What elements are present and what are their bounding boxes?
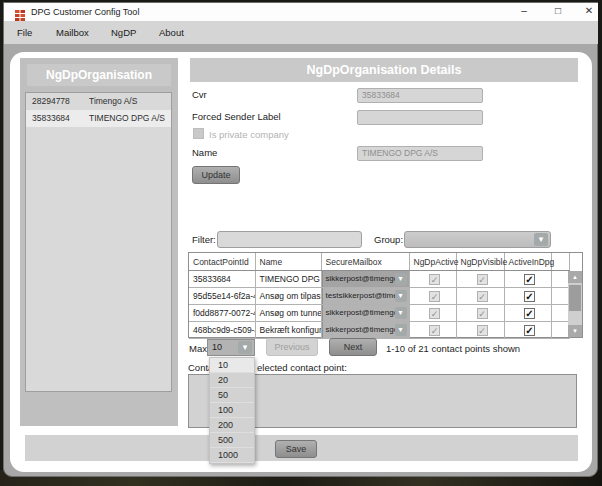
cell-contactpointid[interactable]: f0dd8877-0072-4 <box>189 305 255 322</box>
chevron-down-icon[interactable]: ▾ <box>534 233 548 246</box>
cell-name[interactable]: TIMENGO DPG A/ <box>255 271 321 288</box>
securemailbox-value: sikkerpost@timengo. <box>326 274 401 283</box>
securemailbox-value: sikkerpost@timengo. <box>326 308 401 317</box>
col-header-contactpointid[interactable]: ContactPointId <box>189 253 255 271</box>
save-button[interactable]: Save <box>275 440 317 458</box>
max-label: Max <box>189 343 207 354</box>
menu-item-ngdp[interactable]: NgDP <box>111 27 136 38</box>
scrollbar-thumb[interactable] <box>569 285 581 311</box>
menu-item-mailbox[interactable]: Mailbox <box>56 27 89 38</box>
private-company-label: Is private company <box>209 129 289 140</box>
table-row[interactable]: 95d55e14-6f2a-4 Ansøg om tilpasn testsik… <box>189 288 569 305</box>
filter-label: Filter: <box>192 234 216 245</box>
activeindpg-checkbox[interactable]: ✓ <box>524 308 535 319</box>
update-button[interactable]: Update <box>192 166 240 184</box>
previous-button[interactable]: Previous <box>266 338 318 356</box>
activeindpg-checkbox[interactable]: ✓ <box>524 325 535 336</box>
close-button[interactable]: ✕ <box>576 3 602 19</box>
title-bar[interactable]: DPG Customer Config Tool <box>4 3 598 21</box>
organisation-list-item-selected[interactable]: 35833684 TIMENGO DPG A/S <box>26 110 171 127</box>
securemailbox-combobox[interactable]: testsikkerpost@timen▾ <box>322 288 409 304</box>
table-scrollbar[interactable]: ▲ ▼ <box>568 271 582 337</box>
max-dropdown[interactable]: 10 ▾ <box>207 339 255 356</box>
minimize-button[interactable]: – <box>511 3 537 19</box>
contact-groups-label-end: elected contact point: <box>257 362 347 373</box>
col-header-securemailbox[interactable]: SecureMailbox <box>321 253 409 271</box>
organisation-name: Timengo A/S <box>89 93 137 110</box>
ngdpactive-checkbox: ✓ <box>429 325 440 336</box>
ngdpvisible-checkbox: ✓ <box>477 274 488 285</box>
max-option-1000[interactable]: 1000 <box>210 448 254 463</box>
filter-input[interactable] <box>217 231 362 248</box>
cvr-field[interactable]: 35833684 <box>357 88 483 103</box>
max-option-50[interactable]: 50 <box>210 388 254 403</box>
name-field[interactable]: TIMENGO DPG A/S <box>357 146 483 161</box>
securemailbox-combobox[interactable]: sikkerpost@timengo.▾ <box>322 271 409 287</box>
organisation-list-item[interactable]: 28294778 Timengo A/S <box>26 93 171 110</box>
menu-item-file[interactable]: File <box>17 27 32 38</box>
max-option-100[interactable]: 100 <box>210 403 254 418</box>
table-row[interactable]: 468bc9d9-c509-4 Bekræft konfigura sikker… <box>189 322 569 339</box>
col-header-activeindpg[interactable]: ActiveInDpg <box>504 253 551 271</box>
max-option-500[interactable]: 500 <box>210 433 254 448</box>
cell-name[interactable]: Ansøg om tilpasn <box>255 288 321 305</box>
ngdpactive-checkbox: ✓ <box>429 308 440 319</box>
organisation-name: TIMENGO DPG A/S <box>89 110 165 127</box>
max-option-20[interactable]: 20 <box>210 373 254 388</box>
organisation-list[interactable]: 28294778 Timengo A/S 35833684 TIMENGO DP… <box>25 92 172 392</box>
desktop-background: DPG Customer Config Tool – □ ✕ File Mail… <box>0 0 602 486</box>
col-header-ngdpactive[interactable]: NgDpActive <box>409 253 456 271</box>
next-button[interactable]: Next <box>329 338 377 356</box>
max-option-10[interactable]: 10 <box>210 358 254 373</box>
activeindpg-checkbox[interactable]: ✓ <box>524 291 535 302</box>
contact-points-table: ContactPointId Name SecureMailbox NgDpAc… <box>188 252 583 338</box>
cell-name[interactable]: Bekræft konfigura <box>255 322 321 339</box>
cell-contactpointid[interactable]: 95d55e14-6f2a-4 <box>189 288 255 305</box>
max-option-200[interactable]: 200 <box>210 418 254 433</box>
private-company-checkbox[interactable] <box>193 128 204 139</box>
scroll-down-icon[interactable]: ▼ <box>568 325 582 337</box>
organisation-cvr: 35833684 <box>32 110 70 127</box>
organisation-panel-title: NgDpOrganisation <box>27 64 171 86</box>
scroll-up-icon[interactable]: ▲ <box>568 271 582 283</box>
menu-item-about[interactable]: About <box>159 27 184 38</box>
forced-sender-field[interactable] <box>357 110 483 125</box>
table-row[interactable]: 35833684 TIMENGO DPG A/ sikkerpost@timen… <box>189 271 569 288</box>
maximize-button[interactable]: □ <box>545 3 571 19</box>
securemailbox-combobox[interactable]: sikkerpost@timengo.▾ <box>322 305 409 321</box>
name-label: Name <box>192 147 217 158</box>
cell-contactpointid[interactable]: 35833684 <box>189 271 255 288</box>
securemailbox-value: testsikkerpost@timen <box>326 291 403 300</box>
ngdpvisible-checkbox: ✓ <box>477 325 488 336</box>
organisation-cvr: 28294778 <box>32 93 70 110</box>
chevron-down-icon[interactable]: ▾ <box>395 324 407 336</box>
details-panel-title: NgDpOrganisation Details <box>190 58 578 82</box>
pagination-status: 1-10 of 21 contact points shown <box>386 343 520 354</box>
chevron-down-icon[interactable]: ▾ <box>395 307 407 319</box>
cell-name[interactable]: Ansøg om tunnel <box>255 305 321 322</box>
max-dropdown-popup: 10 20 50 100 200 500 1000 <box>209 357 255 464</box>
table-row[interactable]: f0dd8877-0072-4 Ansøg om tunnel sikkerpo… <box>189 305 569 322</box>
window-title: DPG Customer Config Tool <box>31 7 139 17</box>
ngdpvisible-checkbox: ✓ <box>477 308 488 319</box>
group-label: Group: <box>374 234 403 245</box>
group-dropdown[interactable]: ▾ <box>404 231 551 248</box>
table-header-row: ContactPointId Name SecureMailbox NgDpAc… <box>189 253 569 271</box>
activeindpg-checkbox[interactable]: ✓ <box>524 274 535 285</box>
ngdpvisible-checkbox: ✓ <box>477 291 488 302</box>
forced-sender-label: Forced Sender Label <box>192 111 281 122</box>
cvr-label: Cvr <box>192 89 207 100</box>
col-header-name[interactable]: Name <box>255 253 321 271</box>
menu-bar: File Mailbox NgDP About <box>4 21 598 44</box>
securemailbox-value: sikkerpost@timengo. <box>326 325 401 334</box>
ngdpactive-checkbox: ✓ <box>429 274 440 285</box>
chevron-down-icon[interactable]: ▾ <box>395 290 407 302</box>
ngdpactive-checkbox: ✓ <box>429 291 440 302</box>
max-dropdown-value: 10 <box>212 342 222 352</box>
cell-contactpointid[interactable]: 468bc9d9-c509-4 <box>189 322 255 339</box>
chevron-down-icon[interactable]: ▾ <box>395 273 407 285</box>
col-header-ngdpvisible[interactable]: NgDpVisible <box>456 253 504 271</box>
securemailbox-combobox[interactable]: sikkerpost@timengo.▾ <box>322 322 409 338</box>
chevron-down-icon[interactable]: ▾ <box>238 341 252 354</box>
